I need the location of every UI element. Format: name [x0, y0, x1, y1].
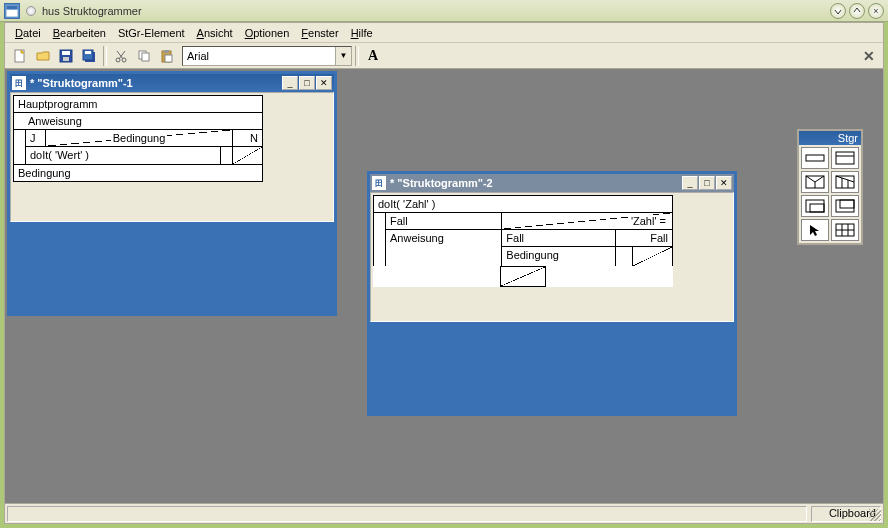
child2-close-button[interactable]: ✕	[716, 176, 732, 190]
diagram-cell-fall3[interactable]: Fall	[616, 230, 673, 247]
svg-rect-5	[63, 57, 69, 61]
document-icon: 田	[372, 176, 386, 190]
svg-rect-27	[806, 200, 824, 212]
save-button[interactable]	[55, 45, 77, 67]
open-button[interactable]	[32, 45, 54, 67]
app-icon	[4, 3, 20, 19]
statusbar-main	[7, 506, 807, 522]
tool-block[interactable]	[831, 147, 859, 169]
svg-rect-4	[62, 51, 70, 55]
diagram-cell-doit[interactable]: doIt( 'Zahl' )	[374, 196, 673, 213]
diagram-cell-n[interactable]: N	[233, 130, 263, 147]
tool-loop-post[interactable]	[831, 195, 859, 217]
menu-stgr-element[interactable]: StGr-Element	[112, 25, 191, 41]
document-icon: 田	[12, 76, 26, 90]
diagram-cell-empty[interactable]	[221, 147, 233, 165]
diagram-indent	[14, 130, 26, 165]
toolbox-palette[interactable]: Stgr	[797, 129, 863, 245]
child1-titlebar[interactable]: 田 * "Struktogramm"-1 _ □ ✕	[10, 74, 334, 92]
save-all-button[interactable]	[78, 45, 100, 67]
child2-titlebar[interactable]: 田 * "Struktogramm"-2 _ □ ✕	[370, 174, 734, 192]
child2-title: * "Struktogramm"-2	[390, 177, 681, 189]
cut-button[interactable]	[110, 45, 132, 67]
child1-maximize-button[interactable]: □	[299, 76, 315, 90]
outer-window-titlebar: hus Struktogrammer ×	[0, 0, 888, 22]
mdi-area[interactable]: 田 * "Struktogramm"-1 _ □ ✕ Hauptprogramm…	[5, 69, 883, 503]
minimize-button[interactable]	[830, 3, 846, 19]
diagram-cell-diag2[interactable]	[500, 267, 545, 287]
menubar: Datei Bearbeiten StGr-Element Ansicht Op…	[5, 23, 883, 43]
child1-diagram[interactable]: Hauptprogramm Anweisung J Bedingung N do…	[11, 93, 333, 184]
menu-fenster[interactable]: Fenster	[295, 25, 344, 41]
app-frame: Datei Bearbeiten StGr-Element Ansicht Op…	[4, 22, 884, 524]
modified-indicator	[26, 6, 36, 16]
svg-rect-12	[142, 53, 149, 61]
diagram-cell-diag[interactable]	[233, 147, 263, 165]
diagram-cell-hauptprogramm[interactable]: Hauptprogramm	[14, 96, 263, 113]
tool-condition[interactable]	[801, 171, 829, 193]
maximize-button[interactable]	[849, 3, 865, 19]
svg-rect-17	[836, 152, 854, 164]
tool-grid[interactable]	[831, 219, 859, 241]
child1-title: * "Struktogramm"-1	[30, 77, 281, 89]
child2-diagram[interactable]: doIt( 'Zahl' ) Fall 'Zahl' = Anweisung F…	[371, 193, 733, 289]
svg-point-10	[122, 58, 126, 62]
svg-rect-23	[836, 176, 854, 188]
menu-ansicht[interactable]: Ansicht	[191, 25, 239, 41]
close-button[interactable]: ×	[868, 3, 884, 19]
svg-line-20	[806, 176, 815, 182]
copy-button[interactable]	[133, 45, 155, 67]
diagram-cell-j[interactable]: J	[26, 130, 46, 147]
diagram-cell-bedingung: Bedingung	[46, 130, 233, 147]
diagram-cell-anweisung[interactable]: Anweisung	[386, 230, 502, 267]
menu-hilfe[interactable]: Hilfe	[345, 25, 379, 41]
child-window-1[interactable]: 田 * "Struktogramm"-1 _ □ ✕ Hauptprogramm…	[7, 71, 337, 316]
diagram-cell-bedingung-bottom[interactable]: Bedingung	[14, 165, 263, 182]
diagram-cell-bedingung[interactable]: Bedingung	[502, 247, 616, 267]
svg-line-21	[815, 176, 824, 182]
child2-maximize-button[interactable]: □	[699, 176, 715, 190]
child1-close-button[interactable]: ✕	[316, 76, 332, 90]
tool-sequence[interactable]	[801, 147, 829, 169]
mdi-close-button[interactable]: ✕	[859, 46, 879, 66]
child-window-2[interactable]: 田 * "Struktogramm"-2 _ □ ✕ doIt( 'Zahl' …	[367, 171, 737, 416]
resize-grip-icon[interactable]	[869, 509, 881, 521]
window-title: hus Struktogrammer	[42, 5, 830, 17]
svg-rect-30	[840, 200, 854, 208]
svg-rect-29	[836, 200, 854, 212]
font-select[interactable]: Arial ▼	[182, 46, 352, 66]
menu-datei[interactable]: Datei	[9, 25, 47, 41]
menu-optionen[interactable]: Optionen	[239, 25, 296, 41]
tool-case[interactable]	[831, 171, 859, 193]
font-select-value: Arial	[183, 50, 335, 62]
font-style-button[interactable]: A	[362, 45, 384, 67]
diagram-cell-fall2[interactable]: Fall	[502, 230, 616, 247]
svg-line-24	[836, 176, 854, 182]
menu-bearbeiten[interactable]: Bearbeiten	[47, 25, 112, 41]
diagram-indent2	[616, 247, 633, 267]
toolbox-titlebar[interactable]: Stgr	[799, 131, 861, 145]
diagram-cell-fall1[interactable]: Fall	[386, 213, 502, 230]
svg-rect-15	[165, 55, 172, 62]
font-select-dropdown-button[interactable]: ▼	[335, 47, 351, 65]
tool-loop-pre[interactable]	[801, 195, 829, 217]
svg-rect-14	[164, 50, 169, 53]
svg-rect-16	[806, 155, 824, 161]
diagram-cell-anweisung[interactable]: Anweisung	[14, 113, 263, 130]
new-button[interactable]	[9, 45, 31, 67]
diagram-cell-diag[interactable]	[633, 247, 673, 267]
svg-point-9	[116, 58, 120, 62]
child2-minimize-button[interactable]: _	[682, 176, 698, 190]
child1-minimize-button[interactable]: _	[282, 76, 298, 90]
diagram-indent	[374, 213, 386, 267]
tool-pointer[interactable]	[801, 219, 829, 241]
svg-rect-1	[6, 5, 17, 9]
statusbar: Clipboard	[5, 503, 883, 523]
toolbar: Arial ▼ A ✕	[5, 43, 883, 69]
svg-rect-28	[810, 204, 824, 212]
toolbox-title: Stgr	[838, 132, 858, 144]
diagram-cell-doit[interactable]: doIt( 'Wert' )	[26, 147, 221, 165]
paste-button[interactable]	[156, 45, 178, 67]
diagram-cell-zahl-eq: 'Zahl' =	[502, 213, 673, 230]
svg-rect-8	[85, 51, 91, 54]
